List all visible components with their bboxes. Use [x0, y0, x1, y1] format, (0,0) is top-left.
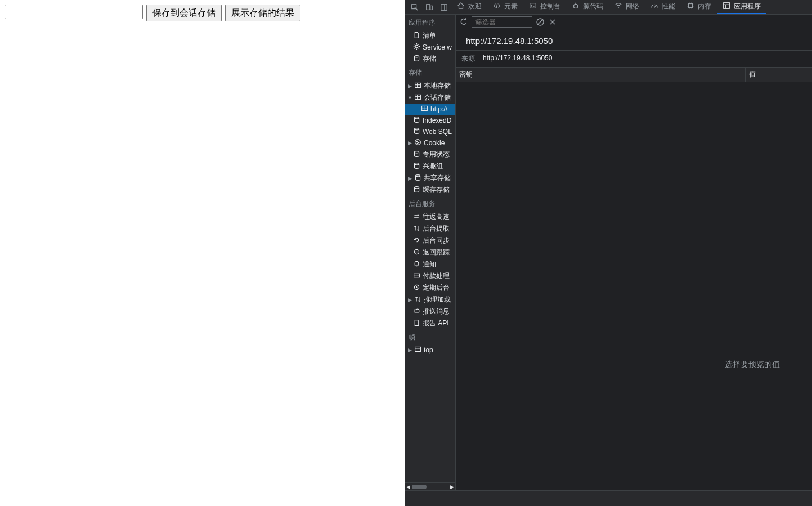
tree-push-messaging[interactable]: 推送消息: [405, 306, 455, 317]
tree-service-workers[interactable]: Service w: [405, 42, 455, 53]
tree-payment-handler[interactable]: 付款处理: [405, 270, 455, 282]
tab-network[interactable]: 网络: [609, 0, 645, 14]
tree-label: 缓存存储: [423, 185, 450, 195]
tab-label: 源代码: [583, 2, 603, 11]
updown-icon: [413, 225, 420, 234]
tree-periodic-sync[interactable]: 定期后台: [405, 282, 455, 294]
dock-icon[interactable]: [437, 0, 451, 14]
svg-point-31: [414, 186, 419, 188]
svg-point-29: [414, 163, 419, 164]
sidebar-horizontal-scrollbar[interactable]: ◀ ▶: [405, 482, 455, 490]
tree-label: 后台同步: [423, 236, 450, 245]
tree-speculative-loads[interactable]: ▶ 推理加载: [405, 294, 455, 306]
device-toolbar-icon[interactable]: [422, 0, 437, 14]
tree-bfcache[interactable]: 往返高速: [405, 211, 455, 223]
database-icon: [414, 174, 421, 183]
column-divider[interactable]: [746, 82, 746, 239]
close-icon[interactable]: [548, 17, 557, 26]
tree-storage-overview[interactable]: 存储: [405, 53, 455, 65]
card-icon: [413, 272, 420, 281]
svg-rect-36: [415, 347, 421, 351]
tree-label: Web SQL: [423, 128, 452, 136]
refresh-icon[interactable]: [459, 17, 468, 26]
tree-label: 推理加载: [424, 295, 451, 305]
updown-icon: [414, 295, 421, 305]
scroll-left-icon[interactable]: ◀: [406, 484, 410, 490]
inspect-element-icon[interactable]: [407, 0, 422, 14]
clear-all-icon[interactable]: [536, 17, 545, 26]
tab-performance[interactable]: 性能: [645, 0, 681, 14]
cookie-icon: [414, 138, 421, 147]
devtools-tab-bar: 欢迎 元素 控制台 源代码 网络 性能 内存 应用程序: [405, 0, 812, 15]
sync-icon: [413, 236, 420, 245]
tree-local-storage[interactable]: ▶ 本地存储: [405, 80, 455, 92]
tree-reporting-api[interactable]: 报告 API: [405, 317, 455, 329]
tree-indexeddb[interactable]: IndexedD: [405, 115, 455, 126]
tree-bg-sync[interactable]: 后台同步: [405, 235, 455, 247]
caret-right-icon: ▶: [407, 83, 412, 89]
tree-manifest[interactable]: 清单: [405, 30, 455, 42]
layout-icon: [723, 2, 730, 11]
tab-memory[interactable]: 内存: [681, 0, 717, 14]
tab-label: 控制台: [540, 2, 560, 11]
tab-console[interactable]: 控制台: [523, 0, 566, 14]
webpage-content: 保存到会话存储 展示存储的结果: [0, 0, 405, 506]
tree-cookies[interactable]: ▶ Cookie: [405, 137, 455, 149]
tab-welcome[interactable]: 欢迎: [451, 0, 487, 14]
scrollbar-thumb[interactable]: [412, 485, 427, 489]
devtools-drawer: [405, 490, 812, 506]
tab-application[interactable]: 应用程序: [717, 0, 766, 14]
tab-label: 网络: [626, 2, 639, 11]
tab-label: 应用程序: [734, 2, 761, 11]
scroll-right-icon[interactable]: ▶: [450, 484, 454, 490]
show-storage-button[interactable]: 展示存储的结果: [225, 5, 300, 21]
svg-point-27: [417, 143, 418, 144]
table-body[interactable]: [456, 82, 812, 239]
storage-toolbar: [456, 15, 812, 29]
table-icon: [414, 82, 421, 91]
svg-point-26: [418, 142, 419, 143]
tree-label: 共享存储: [424, 173, 451, 183]
database-icon: [413, 150, 420, 159]
clock-icon: [413, 284, 420, 293]
database-icon: [413, 55, 420, 64]
bounce-icon: [413, 248, 420, 257]
svg-rect-8: [724, 3, 730, 9]
tree-session-storage[interactable]: ▼ 会话存储: [405, 92, 455, 104]
tab-label: 内存: [698, 2, 711, 11]
storage-filter-input[interactable]: [472, 16, 532, 28]
save-to-session-button[interactable]: 保存到会话存储: [146, 5, 222, 21]
section-frames: 帧: [405, 329, 455, 344]
tree-bg-fetch[interactable]: 后台提取: [405, 223, 455, 235]
tree-label: 专用状态: [423, 150, 450, 159]
chip-icon: [687, 2, 694, 11]
gear-icon: [413, 43, 420, 52]
tree-websql[interactable]: Web SQL: [405, 126, 455, 137]
tab-sources[interactable]: 源代码: [566, 0, 609, 14]
code-icon: [493, 2, 501, 11]
column-key[interactable]: 密钥: [456, 68, 746, 82]
tree-bounce-tracking[interactable]: 退回跟踪: [405, 247, 455, 258]
table-icon: [414, 93, 421, 102]
tree-private-state[interactable]: 专用状态: [405, 149, 455, 160]
caret-right-icon: ▶: [407, 176, 412, 181]
tab-elements[interactable]: 元素: [487, 0, 523, 14]
tree-label: top: [424, 346, 433, 354]
cloud-icon: [413, 307, 420, 316]
page-text-input[interactable]: [5, 5, 143, 19]
column-value[interactable]: 值: [746, 68, 812, 82]
tree-label: 付款处理: [423, 271, 450, 281]
file-icon: [413, 319, 420, 328]
tree-cache-storage[interactable]: 缓存存储: [405, 184, 455, 196]
svg-rect-13: [415, 83, 421, 87]
tree-notifications[interactable]: 通知: [405, 258, 455, 270]
table-icon: [421, 105, 428, 114]
tree-interest-groups[interactable]: 兴趣组: [405, 160, 455, 172]
tree-frame-top[interactable]: ▶ top: [405, 344, 455, 356]
tree-label: 报告 API: [423, 319, 449, 328]
tree-session-url[interactable]: http://: [405, 104, 455, 115]
file-icon: [413, 32, 420, 41]
svg-point-22: [414, 117, 419, 119]
svg-point-11: [415, 45, 418, 48]
tree-shared-storage[interactable]: ▶ 共享存储: [405, 172, 455, 184]
